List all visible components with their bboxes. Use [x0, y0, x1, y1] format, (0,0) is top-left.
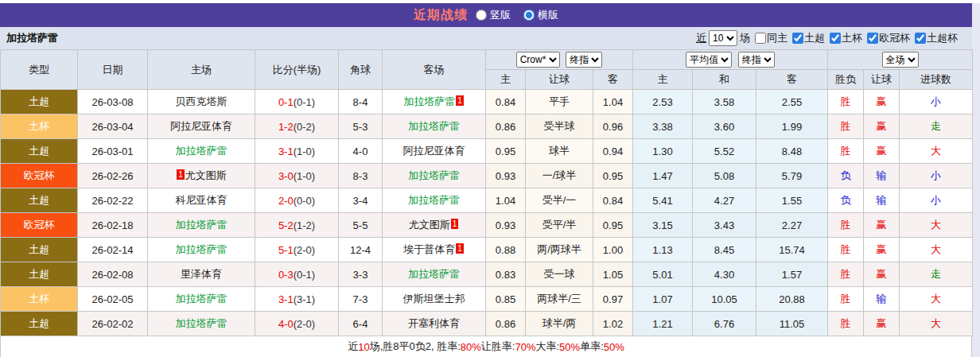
- team-name[interactable]: 埃于普体育: [403, 243, 455, 255]
- away-team[interactable]: 阿拉尼亚体育: [383, 139, 486, 164]
- league-checkbox-tubei[interactable]: [830, 33, 841, 44]
- league-filter-tuchao[interactable]: 土超: [790, 31, 825, 45]
- match-count-select[interactable]: 10: [709, 30, 737, 46]
- odds-home: 0.95: [486, 139, 526, 164]
- away-team[interactable]: 加拉塔萨雷: [383, 164, 486, 188]
- away-team[interactable]: 尤文图斯1: [383, 213, 486, 238]
- avg-home-odds: 1.30: [633, 139, 693, 164]
- result-goals: 大: [900, 139, 973, 164]
- table-header: 类型 日期 主场 比分(半场) 角球 客场 Crow* 终指 平均值 终指 全场: [1, 50, 973, 90]
- summary-segment: 10: [358, 341, 369, 353]
- league-filter-tubei[interactable]: 土杯: [827, 31, 862, 45]
- match-date: 26-03-01: [78, 139, 148, 164]
- team-name[interactable]: 开塞利体育: [408, 317, 460, 329]
- league-type-badge: 土超: [1, 238, 78, 262]
- home-team[interactable]: 加拉塔萨雷: [148, 238, 255, 262]
- league-checkbox-tuchao[interactable]: [792, 33, 803, 44]
- team-name[interactable]: 加拉塔萨雷: [176, 293, 228, 305]
- away-team[interactable]: 加拉塔萨雷1: [383, 90, 486, 114]
- team-name[interactable]: 尤文图斯: [185, 169, 227, 181]
- header-type: 类型: [1, 50, 78, 90]
- away-team[interactable]: 伊斯坦堡士邦: [383, 287, 486, 312]
- result-goals: 大: [900, 213, 973, 238]
- average-select-group: 平均值 终指: [633, 50, 828, 70]
- league-label-tubei: 土杯: [842, 31, 862, 45]
- radio-vertical-input[interactable]: [476, 10, 487, 21]
- team-name[interactable]: 加拉塔萨雷: [176, 317, 228, 329]
- avg-away-odds: 8.48: [756, 139, 828, 164]
- home-team[interactable]: 加拉塔萨雷: [148, 312, 255, 336]
- radio-horizontal-layout[interactable]: 横版: [523, 8, 558, 22]
- same-home-checkbox-label[interactable]: 同主: [752, 31, 788, 45]
- league-checkbox-ouguanbei[interactable]: [867, 33, 878, 44]
- odds-handicap-line: 球半/两: [526, 312, 593, 336]
- home-team[interactable]: 阿拉尼亚体育: [148, 114, 255, 139]
- header-avg-home: 主: [633, 70, 693, 90]
- avg-draw-odds: 8.45: [693, 238, 756, 262]
- table-row: 土超 26-02-14 加拉塔萨雷 5-1(2-0) 12-4 埃于普体育1 0…: [1, 238, 973, 262]
- team-name[interactable]: 阿拉尼亚体育: [403, 145, 465, 157]
- team-name[interactable]: 科尼亚体育: [176, 194, 228, 206]
- league-filter-tuchaobei[interactable]: 土超杯: [912, 31, 958, 45]
- away-team[interactable]: 加拉塔萨雷: [383, 114, 486, 139]
- match-date: 26-02-08: [78, 262, 148, 287]
- league-filter-ouguanbei[interactable]: 欧冠杯: [865, 31, 910, 45]
- result-goals: 小: [900, 188, 973, 213]
- corner-score: 8-3: [339, 164, 383, 188]
- avg-away-odds: 1.55: [756, 188, 828, 213]
- team-name[interactable]: 贝西克塔斯: [176, 95, 228, 107]
- away-team[interactable]: 开塞利体育: [383, 312, 486, 336]
- team-name[interactable]: 加拉塔萨雷: [408, 169, 460, 181]
- average-select[interactable]: 平均值: [686, 52, 732, 68]
- home-team[interactable]: 科尼亚体育: [148, 188, 255, 213]
- team-name[interactable]: 加拉塔萨雷: [403, 95, 455, 107]
- team-name[interactable]: 里泽体育: [181, 268, 222, 280]
- result-win-lose: 胜: [828, 139, 864, 164]
- team-name[interactable]: 加拉塔萨雷: [176, 145, 228, 157]
- match-score: 3-1(1-0): [255, 139, 339, 164]
- radio-horizontal-input[interactable]: [523, 10, 535, 21]
- match-score: 5-1(2-0): [255, 238, 339, 262]
- home-team[interactable]: 加拉塔萨雷: [148, 287, 255, 312]
- away-team[interactable]: 加拉塔萨雷: [383, 188, 486, 213]
- home-team[interactable]: 加拉塔萨雷: [148, 139, 255, 164]
- league-checkbox-tuchaobei[interactable]: [915, 33, 926, 44]
- home-team[interactable]: 加拉塔萨雷: [148, 213, 255, 238]
- team-name[interactable]: 加拉塔萨雷: [408, 120, 460, 132]
- table-row: 土超 26-03-08 贝西克塔斯 0-1(0-1) 8-4 加拉塔萨雷1 0.…: [1, 90, 973, 114]
- odds-home: 0.93: [486, 164, 526, 188]
- team-name[interactable]: 伊斯坦堡士邦: [403, 293, 465, 305]
- table-row: 土超 26-02-22 科尼亚体育 2-0(0-0) 3-4 加拉塔萨雷 1.0…: [1, 188, 973, 213]
- team-name[interactable]: 尤文图斯: [409, 219, 450, 231]
- away-team[interactable]: 埃于普体育1: [383, 238, 486, 262]
- home-team[interactable]: 里泽体育: [148, 262, 255, 287]
- match-score: 5-2(1-2): [255, 213, 339, 238]
- avg-home-odds: 1.47: [633, 164, 693, 188]
- team-name[interactable]: 阿拉尼亚体育: [170, 120, 232, 132]
- corner-score: 8-4: [339, 90, 383, 114]
- home-team[interactable]: 1尤文图斯: [148, 164, 255, 188]
- odds-handicap-line: 受半球: [526, 114, 593, 139]
- radio-vertical-layout[interactable]: 竖版: [476, 8, 511, 22]
- bookmaker-select[interactable]: Crow*: [516, 52, 560, 68]
- average-final-select[interactable]: 终指: [738, 52, 775, 68]
- rank-badge: 1: [456, 95, 464, 106]
- away-team[interactable]: 加拉塔萨雷: [383, 262, 486, 287]
- team-name[interactable]: 加拉塔萨雷: [408, 268, 460, 280]
- table-row: 土超 26-02-02 加拉塔萨雷 4-0(2-0) 6-4 开塞利体育 0.8…: [1, 312, 973, 336]
- home-team[interactable]: 贝西克塔斯: [148, 90, 255, 114]
- same-home-checkbox[interactable]: [755, 33, 766, 44]
- bookmaker-final-select[interactable]: 终指: [566, 52, 602, 68]
- near-link[interactable]: 近: [696, 31, 706, 45]
- scope-select[interactable]: 全场: [882, 52, 919, 68]
- team-name[interactable]: 加拉塔萨雷: [408, 194, 460, 206]
- odds-handicap-line: 两球半/三: [526, 287, 593, 312]
- header-odds-home: 主: [486, 70, 526, 90]
- fulltime-score: 3-0: [278, 170, 294, 182]
- team-name[interactable]: 加拉塔萨雷: [176, 219, 228, 231]
- halftime-score: (1-0): [294, 170, 315, 182]
- odds-away: 0.95: [593, 213, 633, 238]
- league-type-badge: 土杯: [1, 287, 78, 312]
- table-row: 土杯 26-02-05 加拉塔萨雷 3-1(3-1) 7-3 伊斯坦堡士邦 0.…: [1, 287, 973, 312]
- team-name[interactable]: 加拉塔萨雷: [176, 243, 228, 255]
